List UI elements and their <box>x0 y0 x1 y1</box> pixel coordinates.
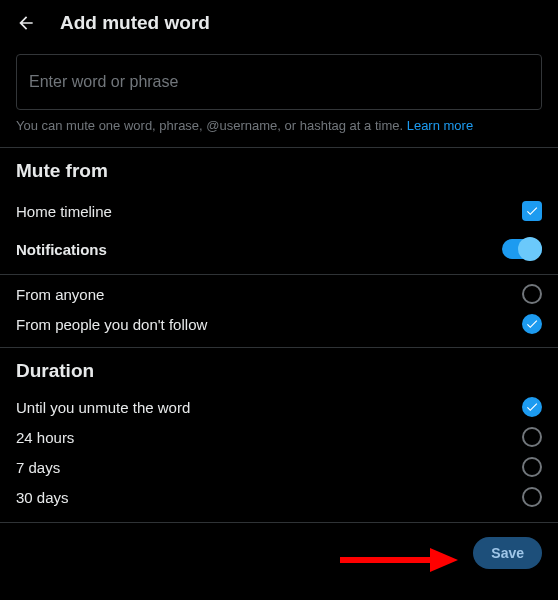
duration-until-unmute-label: Until you unmute the word <box>16 399 190 416</box>
help-text: You can mute one word, phrase, @username… <box>0 110 558 147</box>
home-timeline-row[interactable]: Home timeline <box>0 192 558 230</box>
page-title: Add muted word <box>60 12 210 34</box>
back-arrow-icon[interactable] <box>16 13 36 33</box>
mute-from-title: Mute from <box>0 148 558 192</box>
duration-24h-label: 24 hours <box>16 429 74 446</box>
duration-30d-label: 30 days <box>16 489 69 506</box>
footer-bar: Save <box>0 522 558 583</box>
from-anyone-label: From anyone <box>16 286 104 303</box>
from-anyone-row[interactable]: From anyone <box>0 279 558 309</box>
duration-24h-radio[interactable] <box>522 427 542 447</box>
mute-from-section: Mute from Home timeline Notifications Fr… <box>0 147 558 347</box>
mute-word-input[interactable] <box>16 54 542 110</box>
from-not-follow-radio[interactable] <box>522 314 542 334</box>
save-button[interactable]: Save <box>473 537 542 569</box>
home-timeline-label: Home timeline <box>16 203 112 220</box>
notifications-label: Notifications <box>16 241 107 258</box>
duration-30d-row[interactable]: 30 days <box>0 482 558 512</box>
learn-more-link[interactable]: Learn more <box>407 118 473 133</box>
duration-until-unmute-row[interactable]: Until you unmute the word <box>0 392 558 422</box>
from-not-follow-label: From people you don't follow <box>16 316 207 333</box>
notification-options: From anyone From people you don't follow <box>0 274 558 347</box>
duration-24h-row[interactable]: 24 hours <box>0 422 558 452</box>
duration-7d-label: 7 days <box>16 459 60 476</box>
duration-30d-radio[interactable] <box>522 487 542 507</box>
notifications-toggle[interactable] <box>502 239 542 259</box>
duration-7d-row[interactable]: 7 days <box>0 452 558 482</box>
duration-title: Duration <box>0 348 558 392</box>
help-text-content: You can mute one word, phrase, @username… <box>16 118 407 133</box>
header-bar: Add muted word <box>0 0 558 46</box>
input-section <box>0 46 558 110</box>
from-not-follow-row[interactable]: From people you don't follow <box>0 309 558 339</box>
notifications-row[interactable]: Notifications <box>0 230 558 268</box>
from-anyone-radio[interactable] <box>522 284 542 304</box>
duration-until-unmute-radio[interactable] <box>522 397 542 417</box>
home-timeline-checkbox[interactable] <box>522 201 542 221</box>
duration-section: Duration Until you unmute the word 24 ho… <box>0 347 558 522</box>
duration-7d-radio[interactable] <box>522 457 542 477</box>
